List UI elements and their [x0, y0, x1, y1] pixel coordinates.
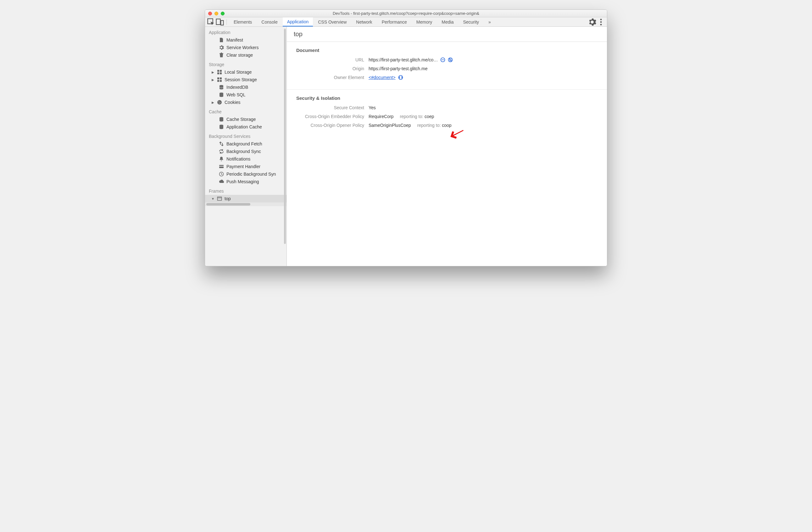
coop-reporting-label: reporting to:: [417, 123, 441, 128]
coop-reporting-value: coop: [442, 123, 451, 128]
sidebar-item-periodic-sync[interactable]: Periodic Background Syn: [205, 170, 287, 178]
secure-context-label: Secure Context: [296, 105, 368, 110]
url-label: URL: [296, 57, 368, 62]
sidebar-item-bg-fetch[interactable]: Background Fetch: [205, 140, 287, 148]
sidebar-item-service-workers[interactable]: Service Workers: [205, 44, 287, 51]
sidebar-item-frame-top[interactable]: ▼top: [205, 195, 287, 202]
inspect-element-icon[interactable]: [207, 18, 215, 26]
origin-label: Origin: [296, 66, 368, 71]
sidebar-item-notifications[interactable]: Notifications: [205, 155, 287, 163]
tabs-overflow-button[interactable]: »: [484, 19, 495, 25]
tab-elements[interactable]: Elements: [229, 17, 256, 26]
svg-point-17: [219, 101, 219, 102]
sidebar-item-label: Payment Handler: [227, 164, 260, 169]
row-origin: Origin https://first-party-test.glitch.m…: [296, 66, 597, 71]
tab-media[interactable]: Media: [437, 17, 458, 26]
sidebar-item-label: Clear storage: [227, 53, 253, 58]
coep-reporting-label: reporting to:: [400, 114, 423, 119]
sidebar-item-websql[interactable]: Web SQL: [205, 91, 287, 99]
sidebar-item-bg-sync[interactable]: Background Sync: [205, 148, 287, 155]
sidebar-section-application: Application: [205, 27, 287, 36]
minimize-window-button[interactable]: [215, 12, 218, 15]
database-icon: [219, 117, 224, 122]
sidebar-item-cache-storage[interactable]: Cache Storage: [205, 115, 287, 123]
row-owner-element: Owner Element <#document>: [296, 75, 597, 80]
cloud-icon: [219, 179, 224, 184]
clock-icon: [219, 171, 224, 177]
traffic-lights: [208, 12, 224, 15]
tab-memory[interactable]: Memory: [412, 17, 437, 26]
device-toolbar-icon[interactable]: [216, 18, 224, 26]
sidebar-item-clear-storage[interactable]: Clear storage: [205, 51, 287, 59]
svg-point-27: [448, 58, 452, 62]
updown-icon: [219, 141, 224, 146]
row-coop: Cross-Origin Opener Policy SameOriginPlu…: [296, 123, 597, 128]
document-section: Document URL https://first-party-test.gl…: [287, 42, 607, 90]
svg-rect-9: [220, 72, 222, 74]
file-icon: [219, 38, 224, 42]
sidebar-item-label: Web SQL: [227, 92, 245, 97]
coep-label: Cross-Origin Embedder Policy: [296, 114, 368, 119]
sidebar-item-manifest[interactable]: Manifest: [205, 36, 287, 44]
svg-rect-12: [217, 80, 219, 82]
coep-reporting-value: coep: [424, 114, 434, 119]
svg-point-3: [600, 18, 602, 20]
tab-css-overview[interactable]: CSS Overview: [314, 17, 351, 26]
tab-performance[interactable]: Performance: [377, 17, 411, 26]
sidebar-item-label: Cookies: [224, 100, 241, 105]
sidebar-item-label: top: [224, 196, 231, 201]
tab-security[interactable]: Security: [459, 17, 483, 26]
sidebar-item-session-storage[interactable]: ▶Session Storage: [205, 76, 287, 83]
sidebar-item-label: IndexedDB: [227, 85, 248, 90]
svg-point-18: [220, 102, 220, 103]
reveal-in-network-icon[interactable]: [448, 57, 453, 62]
sidebar-item-label: Periodic Background Syn: [227, 171, 276, 177]
sidebar-scrollbar[interactable]: [284, 29, 286, 244]
application-sidebar: Application Manifest Service Workers Cle…: [205, 27, 287, 266]
sidebar-item-application-cache[interactable]: Application Cache: [205, 123, 287, 131]
reveal-in-elements-icon[interactable]: [398, 75, 403, 80]
window-title: DevTools - first-party-test.glitch.me/co…: [205, 11, 607, 16]
database-icon: [219, 92, 224, 97]
devtools-window: DevTools - first-party-test.glitch.me/co…: [205, 10, 607, 266]
card-icon: [219, 164, 224, 169]
divider: [227, 19, 227, 25]
copy-url-icon[interactable]: [440, 57, 445, 62]
zoom-window-button[interactable]: [221, 12, 224, 15]
svg-rect-8: [217, 72, 219, 74]
sidebar-item-indexeddb[interactable]: IndexedDB: [205, 83, 287, 91]
sidebar-item-local-storage[interactable]: ▶Local Storage: [205, 68, 287, 76]
frame-detail-pane: top Document URL https://first-party-tes…: [287, 27, 607, 266]
sidebar-section-storage: Storage: [205, 59, 287, 68]
sidebar-item-push-messaging[interactable]: Push Messaging: [205, 178, 287, 185]
sidebar-section-cache: Cache: [205, 106, 287, 115]
tab-application[interactable]: Application: [283, 17, 313, 26]
document-heading: Document: [296, 47, 597, 53]
grid-icon: [217, 77, 222, 82]
panel-tabs: Elements Console Application CSS Overvie…: [229, 17, 483, 26]
svg-rect-10: [217, 78, 219, 79]
svg-rect-11: [220, 78, 222, 79]
trash-icon: [219, 53, 224, 58]
sidebar-item-cookies[interactable]: ▶Cookies: [205, 99, 287, 106]
settings-gear-icon[interactable]: [588, 18, 596, 26]
svg-rect-23: [219, 166, 223, 167]
url-value: https://first-party-test.glitch.me/co…: [368, 57, 438, 62]
svg-rect-2: [221, 20, 223, 25]
main-area: Application Manifest Service Workers Cle…: [205, 27, 607, 266]
coop-label: Cross-Origin Opener Policy: [296, 123, 368, 128]
sidebar-horizontal-scrollbar[interactable]: [205, 202, 287, 206]
security-heading: Security & Isolation: [296, 95, 597, 101]
tab-console[interactable]: Console: [257, 17, 282, 26]
owner-element-link[interactable]: <#document>: [368, 75, 396, 80]
svg-point-19: [219, 103, 219, 103]
more-menu-icon[interactable]: [597, 18, 605, 26]
svg-rect-7: [220, 70, 222, 72]
database-icon: [219, 85, 224, 90]
sidebar-item-label: Service Workers: [227, 45, 259, 50]
tab-network[interactable]: Network: [352, 17, 376, 26]
sidebar-item-payment-handler[interactable]: Payment Handler: [205, 163, 287, 170]
sidebar-item-label: Notifications: [227, 156, 250, 162]
sidebar-item-label: Application Cache: [227, 124, 262, 129]
close-window-button[interactable]: [208, 12, 212, 15]
